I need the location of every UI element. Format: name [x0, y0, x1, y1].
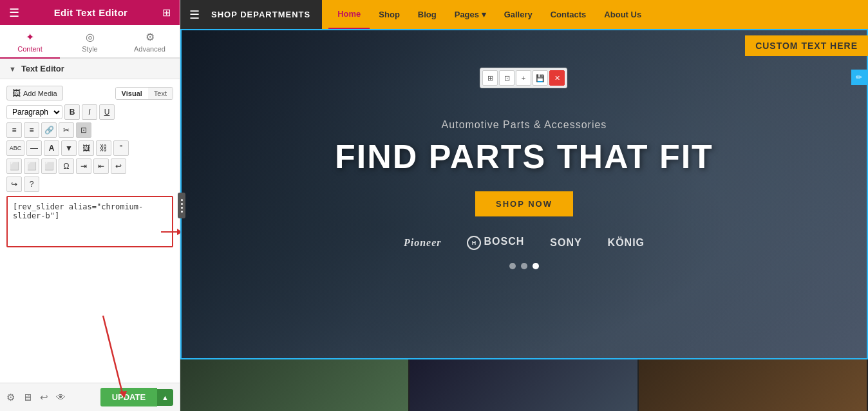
desktop-icon[interactable]: 🖥	[23, 392, 32, 403]
nav-link-shop[interactable]: Shop	[370, 0, 409, 29]
hero-dots	[509, 263, 539, 269]
add-media-icon: 🖼	[12, 88, 21, 98]
hero-shop-button[interactable]: SHOP NOW	[475, 191, 573, 216]
special-char-icon[interactable]: Ω	[59, 158, 74, 174]
widget-duplicate-btn[interactable]: ⊡	[499, 70, 514, 86]
brand-sony: SONY	[550, 237, 581, 249]
grid-icon[interactable]: ⊞	[162, 6, 171, 19]
italic-button[interactable]: I	[82, 104, 97, 120]
update-dropdown-button[interactable]: ▲	[157, 389, 173, 406]
bottom-icons: ⚙ 🖥 ↩ 👁	[6, 392, 66, 403]
unlink-icon[interactable]: ✂	[59, 122, 74, 138]
bosch-circle-icon: H	[467, 236, 481, 250]
bold-button[interactable]: B	[64, 104, 80, 120]
underline-button[interactable]: U	[99, 104, 115, 120]
tab-content[interactable]: ✦ Content	[0, 25, 60, 59]
editor-toolbar-row-5: ↪ ?	[6, 177, 173, 192]
editor-toolbar-row-3: ABC — A ▼ 🖼 ⛓ "	[6, 140, 173, 156]
panel-title: Edit Text Editor	[54, 7, 128, 18]
brand-bosch: HBOSCH	[467, 236, 524, 250]
section-title: Text Editor	[21, 64, 64, 73]
widget-move-btn[interactable]: ⊞	[482, 70, 498, 86]
widget-toolbar: ⊞ ⊡ + 💾 ✕	[480, 68, 567, 88]
dash-icon[interactable]: —	[26, 140, 42, 156]
indent-icon[interactable]: ⇥	[76, 158, 91, 174]
visual-tab[interactable]: Visual	[116, 88, 148, 99]
nav-shop-departments[interactable]: SHOP DEPARTMENTS	[209, 10, 322, 19]
font-color-arrow[interactable]: ▼	[61, 140, 77, 156]
nav-link-pages[interactable]: Pages ▾	[446, 0, 495, 29]
editor-area: 🖼 Add Media Visual Text Paragraph Headin…	[0, 79, 180, 383]
thumbnail-strip	[180, 359, 868, 411]
editor-toolbar-top: 🖼 Add Media Visual Text	[6, 86, 173, 100]
hamburger-menu-icon[interactable]: ☰	[9, 6, 19, 20]
advanced-tab-label: Advanced	[134, 45, 165, 53]
brand-konig: KÖNIG	[608, 237, 645, 249]
panel-header-icons: ⊞	[162, 6, 171, 19]
image-icon[interactable]: 🖼	[79, 140, 94, 156]
align-justify-icon[interactable]: ⬜	[41, 158, 57, 174]
update-button[interactable]: UPDATE	[100, 388, 157, 406]
advanced-tab-icon: ⚙	[146, 31, 155, 43]
thumb-item-2	[410, 359, 639, 411]
resize-dots	[181, 199, 183, 213]
editor-toolbar-row-4: ⬜ ⬜ ⬜ Ω ⇥ ⇤ ↩	[6, 158, 173, 174]
nav-link-blog[interactable]: Blog	[409, 0, 446, 29]
dot-2[interactable]	[521, 263, 527, 269]
font-color-icon[interactable]: A	[44, 140, 59, 156]
add-media-label: Add Media	[23, 90, 57, 97]
dot-3[interactable]	[533, 263, 539, 269]
quote-icon[interactable]: "	[113, 140, 129, 156]
help-icon[interactable]: ?	[24, 177, 39, 192]
align-left-icon[interactable]: ≡	[6, 122, 22, 138]
abc-icon[interactable]: ABC	[6, 140, 24, 156]
undo-icon[interactable]: ↩	[111, 158, 126, 174]
nav-bar: ☰ SHOP DEPARTMENTS Home Shop Blog Pages …	[180, 0, 868, 29]
tab-style[interactable]: ◎ Style	[60, 25, 120, 59]
align-right-icon[interactable]: ≡	[24, 122, 39, 138]
nav-link-about[interactable]: About Us	[595, 0, 650, 29]
text-tab[interactable]: Text	[148, 88, 173, 99]
nav-link-gallery[interactable]: Gallery	[495, 0, 542, 29]
content-tab-label: Content	[17, 45, 42, 53]
redo-icon[interactable]: ↪	[6, 177, 22, 192]
history-icon[interactable]: ↩	[40, 392, 48, 403]
section-collapse-icon: ▼	[9, 65, 16, 73]
nav-hamburger-icon[interactable]: ☰	[180, 8, 209, 22]
editor-content-box[interactable]: [rev_slider alias="chromium-slider-b"]	[6, 196, 173, 247]
edit-pencil-icon[interactable]: ✏	[851, 70, 867, 85]
nav-link-contacts[interactable]: Contacts	[542, 0, 596, 29]
hero-subtitle: Automotive Parts & Accessories	[442, 119, 607, 131]
editor-toolbar-row-1: Paragraph Heading 1 Heading 2 B I U	[6, 104, 173, 120]
widget-add-btn[interactable]: +	[516, 70, 531, 86]
eye-icon[interactable]: 👁	[56, 392, 66, 403]
align-center-icon[interactable]: ⬜	[24, 158, 39, 174]
align-left2-icon[interactable]: ⬜	[6, 158, 22, 174]
custom-text-banner: CUSTOM TEXT HERE	[745, 35, 868, 56]
style-tab-icon: ◎	[86, 31, 95, 43]
main-content: ☰ SHOP DEPARTMENTS Home Shop Blog Pages …	[180, 0, 868, 411]
fullscreen-icon[interactable]: ⊡	[76, 122, 91, 138]
widget-save-btn[interactable]: 💾	[533, 70, 548, 86]
settings-icon[interactable]: ⚙	[6, 392, 15, 403]
editor-toolbar-row-2: ≡ ≡ 🔗 ✂ ⊡	[6, 122, 173, 138]
nav-links: Home Shop Blog Pages ▾ Gallery Contacts …	[322, 0, 868, 29]
nav-link-home[interactable]: Home	[328, 0, 370, 29]
tab-advanced[interactable]: ⚙ Advanced	[120, 25, 180, 59]
brand-pioneer: Pioneer	[404, 237, 442, 249]
link-icon[interactable]: 🔗	[41, 122, 57, 138]
dot-1[interactable]	[509, 263, 516, 269]
insert-link-icon[interactable]: ⛓	[96, 140, 111, 156]
widget-close-btn[interactable]: ✕	[549, 70, 565, 86]
paragraph-select[interactable]: Paragraph Heading 1 Heading 2	[6, 105, 62, 119]
panel-tabs: ✦ Content ◎ Style ⚙ Advanced	[0, 25, 180, 59]
style-tab-label: Style	[82, 45, 97, 53]
section-header[interactable]: ▼ Text Editor	[0, 59, 180, 79]
panel-header: ☰ Edit Text Editor ⊞	[0, 0, 180, 25]
hero-title: FIND PARTS THAT FIT	[335, 137, 713, 176]
outdent-icon[interactable]: ⇤	[93, 158, 109, 174]
resize-handle[interactable]	[178, 193, 185, 218]
add-media-button[interactable]: 🖼 Add Media	[6, 86, 63, 100]
panel-bottom: ⚙ 🖥 ↩ 👁 UPDATE ▲	[0, 383, 180, 411]
update-btn-group: UPDATE ▲	[100, 388, 173, 406]
